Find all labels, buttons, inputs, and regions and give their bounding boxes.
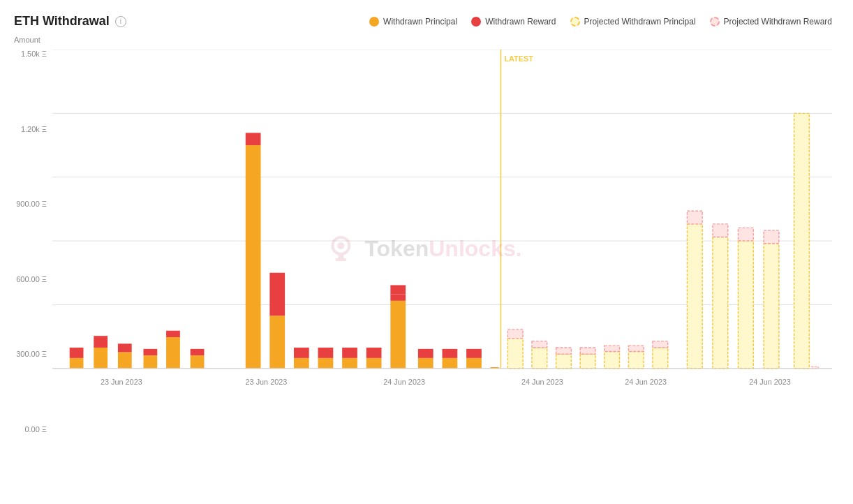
bar-reward bbox=[294, 348, 309, 358]
bar-projected-reward bbox=[556, 348, 572, 354]
legend-dot-projected-reward bbox=[710, 17, 720, 27]
legend-dot-withdrawn-reward bbox=[471, 17, 481, 27]
legend-label-projected-reward: Projected Withdrawn Reward bbox=[724, 17, 832, 27]
x-label: 23 Jun 2023 bbox=[246, 378, 288, 386]
bar-projected-reward bbox=[507, 329, 523, 339]
bar-reward bbox=[246, 133, 261, 145]
y-tick-3: 600.00 Ξ bbox=[16, 275, 47, 283]
x-label: 23 Jun 2023 bbox=[101, 378, 142, 386]
bar-reward bbox=[166, 331, 180, 337]
info-icon[interactable]: i bbox=[115, 16, 126, 27]
chart-title: ETH Withdrawal bbox=[14, 14, 110, 29]
legend-withdrawn-reward: Withdrawn Reward bbox=[471, 17, 556, 27]
chart-svg: LATEST bbox=[52, 50, 832, 433]
bar-reward bbox=[418, 349, 433, 358]
bar-projected-principal bbox=[713, 237, 728, 368]
chart-area: Amount TokenUnlocks. bbox=[14, 36, 832, 461]
bar-projected-reward bbox=[713, 224, 728, 237]
bar-reward bbox=[118, 343, 132, 352]
bar-principal bbox=[246, 145, 261, 369]
legend-projected-reward: Projected Withdrawn Reward bbox=[710, 17, 832, 27]
bar-reward bbox=[366, 348, 382, 358]
bar-reward-top bbox=[390, 285, 406, 294]
bar-reward bbox=[318, 348, 334, 358]
legend-withdrawn-principal: Withdrawn Principal bbox=[369, 17, 457, 27]
y-tick-1: 0.00 Ξ bbox=[24, 425, 47, 433]
svg-text:LATEST: LATEST bbox=[504, 54, 533, 63]
bar-projected-principal bbox=[739, 241, 754, 369]
bar-principal bbox=[269, 316, 285, 369]
bar-projected-principal bbox=[628, 352, 644, 369]
bar-reward bbox=[269, 273, 285, 316]
y-tick-4: 900.00 Ξ bbox=[16, 200, 47, 208]
bar-projected-reward bbox=[580, 348, 595, 354]
legend-dot-projected-principal bbox=[570, 17, 580, 27]
bar-principal bbox=[466, 358, 482, 369]
bar-principal bbox=[143, 355, 157, 369]
bar-projected-reward bbox=[739, 228, 754, 241]
bar-reward bbox=[191, 349, 205, 355]
y-axis-ticks: 1.50k Ξ 1.20k Ξ 900.00 Ξ 600.00 Ξ 300.00… bbox=[14, 50, 52, 433]
bar-principal bbox=[390, 301, 406, 369]
bar-principal bbox=[443, 358, 458, 369]
bar-reward bbox=[94, 336, 107, 348]
bar-projected-principal bbox=[532, 348, 547, 369]
bar-principal bbox=[294, 358, 309, 369]
y-tick-2: 300.00 Ξ bbox=[16, 350, 47, 358]
bar-principal bbox=[318, 358, 334, 369]
bar-projected-principal bbox=[507, 339, 523, 369]
bar-projected-principal bbox=[653, 348, 668, 369]
title-area: ETH Withdrawal i bbox=[14, 14, 126, 29]
bar-principal bbox=[94, 348, 107, 369]
bar-principal bbox=[342, 358, 357, 369]
bar-projected-reward bbox=[628, 346, 644, 351]
x-label: 24 Jun 2023 bbox=[383, 378, 425, 386]
bar-reward bbox=[342, 348, 357, 358]
bar-projected-principal bbox=[604, 352, 620, 369]
bar-reward bbox=[70, 348, 84, 358]
bar-projected-principal bbox=[556, 354, 572, 369]
bar-projected-principal bbox=[580, 354, 595, 369]
bar-principal bbox=[70, 358, 84, 369]
x-label: 24 Jun 2023 bbox=[625, 378, 667, 386]
bar-projected-principal bbox=[764, 244, 779, 369]
bar-principal bbox=[418, 358, 433, 369]
bar-projected-reward bbox=[687, 211, 702, 224]
bar-principal bbox=[366, 358, 382, 369]
legend-dot-withdrawn-principal bbox=[369, 17, 379, 27]
legend-label-projected-principal: Projected Withdrawn Principal bbox=[584, 17, 696, 27]
bar-principal bbox=[191, 355, 205, 369]
bar-projected-reward bbox=[532, 341, 547, 348]
bar-principal bbox=[166, 337, 180, 369]
chart-legend: Withdrawn Principal Withdrawn Reward Pro… bbox=[369, 17, 832, 27]
legend-projected-principal: Projected Withdrawn Principal bbox=[570, 17, 696, 27]
legend-label-withdrawn-reward: Withdrawn Reward bbox=[485, 17, 556, 27]
bar-reward bbox=[143, 349, 157, 355]
bar-reward bbox=[443, 349, 458, 358]
bar-principal bbox=[118, 352, 132, 368]
bar-projected-principal bbox=[687, 224, 702, 369]
bar-projected-reward bbox=[604, 346, 620, 351]
legend-label-withdrawn-principal: Withdrawn Principal bbox=[383, 17, 457, 27]
bar-projected-reward bbox=[764, 230, 779, 244]
bar-projected-principal bbox=[794, 113, 810, 368]
bar-projected-reward bbox=[653, 341, 668, 348]
x-label: 24 Jun 2023 bbox=[521, 378, 563, 386]
y-axis-label: Amount bbox=[14, 36, 40, 44]
y-tick-5: 1.20k Ξ bbox=[21, 125, 47, 133]
chart-header: ETH Withdrawal i Withdrawn Principal Wit… bbox=[14, 14, 832, 29]
bar-reward bbox=[466, 349, 482, 358]
bar-reward bbox=[390, 295, 406, 301]
y-tick-6: 1.50k Ξ bbox=[21, 50, 47, 58]
chart-container: ETH Withdrawal i Withdrawn Principal Wit… bbox=[0, 0, 853, 504]
x-label: 24 Jun 2023 bbox=[749, 378, 791, 386]
